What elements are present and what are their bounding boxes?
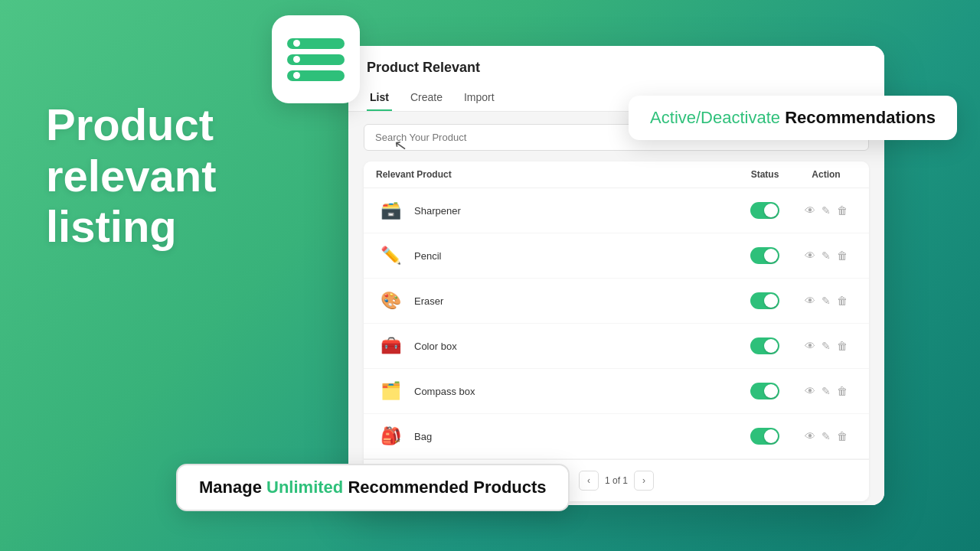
table-header: Relevant Product Status Action (364, 161, 869, 188)
table-row: ✏️ Pencil 👁 ✎ 🗑 (364, 233, 869, 279)
edit-icon-eraser[interactable]: ✎ (822, 295, 831, 307)
callout-bottom-green: Unlimited (266, 478, 343, 497)
status-bag (734, 428, 795, 445)
logo-dot-3 (293, 72, 300, 79)
pagination-next[interactable]: › (634, 471, 654, 491)
status-colorbox (734, 337, 795, 354)
actions-pencil: 👁 ✎ 🗑 (795, 249, 857, 262)
product-name-colorbox: Color box (414, 341, 457, 352)
col-header-status: Status (734, 169, 795, 180)
col-header-action: Action (795, 169, 857, 180)
callout-bottom-suffix: Products (473, 478, 546, 497)
product-info-sharpener: 🗃️ Sharpener (376, 196, 734, 225)
actions-compassbox: 👁 ✎ 🗑 (795, 385, 857, 397)
toggle-sharpener[interactable] (750, 202, 779, 219)
toggle-eraser[interactable] (750, 292, 779, 309)
table-row: 🎒 Bag 👁 ✎ 🗑 (364, 414, 869, 459)
tab-create[interactable]: Create (407, 85, 446, 111)
table-row: 🗃️ Sharpener 👁 ✎ 🗑 (364, 188, 869, 233)
tab-import[interactable]: Import (461, 85, 498, 111)
callout-bottom-prefix: Manage (199, 478, 266, 497)
status-sharpener (734, 202, 795, 219)
view-icon-eraser[interactable]: 👁 (805, 295, 815, 307)
hero-text-block: Product relevant listing (46, 99, 216, 253)
toggle-bag[interactable] (750, 428, 779, 445)
logo-bar-1 (287, 38, 345, 49)
status-pencil (734, 247, 795, 264)
product-name-bag: Bag (414, 431, 432, 442)
toggle-pencil[interactable] (750, 247, 779, 264)
logo-dot-2 (293, 56, 300, 63)
edit-icon-colorbox[interactable]: ✎ (822, 340, 831, 352)
logo-bar-2 (287, 54, 345, 65)
pagination-label: 1 of 1 (605, 475, 628, 486)
logo-card (272, 15, 360, 103)
delete-icon-bag[interactable]: 🗑 (837, 430, 848, 442)
actions-eraser: 👁 ✎ 🗑 (795, 295, 857, 307)
toggle-colorbox[interactable] (750, 337, 779, 354)
callout-top-green: Active/Deactivate (650, 108, 785, 127)
product-icon-colorbox: 🧰 (376, 331, 405, 360)
table-row: 🧰 Color box 👁 ✎ 🗑 (364, 324, 869, 369)
product-icon-sharpener: 🗃️ (376, 196, 405, 225)
edit-icon-compassbox[interactable]: ✎ (822, 385, 831, 397)
pagination-prev[interactable]: ‹ (579, 471, 599, 491)
product-icon-eraser: 🎨 (376, 286, 405, 315)
product-table: Relevant Product Status Action 🗃️ Sharpe… (364, 161, 869, 501)
actions-bag: 👁 ✎ 🗑 (795, 430, 857, 442)
delete-icon-compassbox[interactable]: 🗑 (837, 385, 848, 397)
logo-bar-3 (287, 70, 345, 81)
product-icon-pencil: ✏️ (376, 241, 405, 270)
product-name-sharpener: Sharpener (414, 205, 461, 217)
hero-line3: listing (46, 201, 177, 251)
product-icon-bag: 🎒 (376, 422, 405, 451)
product-info-colorbox: 🧰 Color box (376, 331, 734, 360)
callout-top-text: Active/Deactivate Recommendations (650, 108, 936, 128)
logo-dot-1 (293, 40, 300, 47)
panel-body: Relevant Product Status Action 🗃️ Sharpe… (348, 112, 884, 505)
actions-colorbox: 👁 ✎ 🗑 (795, 340, 857, 352)
callout-top-bold: Recommendations (785, 108, 936, 127)
product-info-bag: 🎒 Bag (376, 422, 734, 451)
delete-icon-sharpener[interactable]: 🗑 (837, 204, 848, 217)
col-header-product: Relevant Product (376, 169, 734, 180)
hero-line2: relevant (46, 151, 216, 201)
table-row: 🗂️ Compass box 👁 ✎ 🗑 (364, 369, 869, 414)
status-eraser (734, 292, 795, 309)
edit-icon-pencil[interactable]: ✎ (822, 249, 831, 262)
view-icon-sharpener[interactable]: 👁 (805, 204, 815, 217)
callout-bottom-text: Manage Unlimited Recommended Products (199, 478, 547, 497)
view-icon-bag[interactable]: 👁 (805, 430, 815, 442)
product-info-eraser: 🎨 Eraser (376, 286, 734, 315)
delete-icon-pencil[interactable]: 🗑 (837, 249, 848, 262)
product-info-pencil: ✏️ Pencil (376, 241, 734, 270)
callout-top-badge: Active/Deactivate Recommendations (629, 96, 957, 140)
edit-icon-bag[interactable]: ✎ (822, 430, 831, 442)
toggle-compassbox[interactable] (750, 383, 779, 399)
view-icon-colorbox[interactable]: 👁 (805, 340, 815, 352)
product-name-pencil: Pencil (414, 250, 441, 262)
view-icon-compassbox[interactable]: 👁 (805, 385, 815, 397)
status-compassbox (734, 383, 795, 399)
delete-icon-colorbox[interactable]: 🗑 (837, 340, 848, 352)
delete-icon-eraser[interactable]: 🗑 (837, 295, 848, 307)
callout-bottom-badge: Manage Unlimited Recommended Products (176, 464, 570, 511)
product-icon-compassbox: 🗂️ (376, 377, 405, 406)
hero-line1: Product (46, 99, 214, 149)
edit-icon-sharpener[interactable]: ✎ (822, 204, 831, 217)
tab-list[interactable]: List (367, 85, 392, 111)
panel-title: Product Relevant (367, 60, 866, 76)
actions-sharpener: 👁 ✎ 🗑 (795, 204, 857, 217)
table-row: 🎨 Eraser 👁 ✎ 🗑 (364, 279, 869, 324)
product-info-compassbox: 🗂️ Compass box (376, 377, 734, 406)
callout-bottom-middle: Recommended (343, 478, 473, 497)
product-name-eraser: Eraser (414, 295, 443, 307)
product-name-compassbox: Compass box (414, 386, 475, 397)
view-icon-pencil[interactable]: 👁 (805, 249, 815, 262)
